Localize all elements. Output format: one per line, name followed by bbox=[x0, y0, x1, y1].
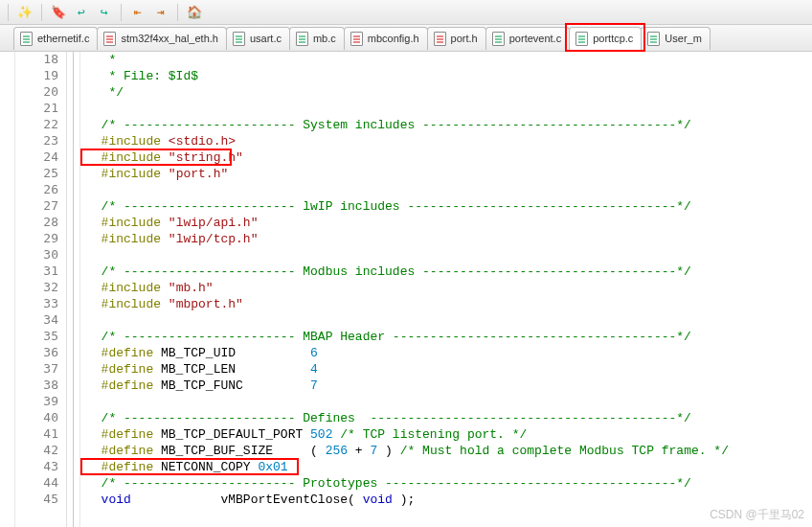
code-line[interactable]: #include "mb.h" bbox=[86, 280, 812, 296]
header-file-icon bbox=[350, 32, 363, 46]
bookmark-prev-icon[interactable]: ↩ bbox=[71, 2, 92, 23]
code-line[interactable]: */ bbox=[86, 84, 812, 101]
line-number: 42 bbox=[15, 443, 58, 459]
code-line[interactable]: #define MB_TCP_LEN 4 bbox=[86, 361, 812, 378]
c-file-icon bbox=[296, 32, 308, 46]
code-line[interactable] bbox=[86, 247, 812, 264]
code-area[interactable]: * * File: $Id$ */ /* -------------------… bbox=[80, 52, 812, 527]
code-line[interactable]: /* ----------------------- MBAP Header -… bbox=[86, 329, 812, 345]
line-number: 32 bbox=[15, 280, 58, 296]
toolbar-separator bbox=[121, 4, 122, 21]
line-number: 30 bbox=[15, 247, 58, 264]
tab-user-m[interactable]: User_m bbox=[641, 27, 710, 50]
line-number: 40 bbox=[15, 410, 58, 426]
toolbar-separator bbox=[177, 4, 178, 21]
code-line[interactable] bbox=[86, 182, 812, 198]
tab-label: usart.c bbox=[250, 33, 282, 44]
tab-ethernetif-c[interactable]: ethernetif.c bbox=[13, 27, 98, 50]
code-line[interactable]: #include "port.h" bbox=[86, 166, 812, 182]
line-number: 44 bbox=[15, 475, 58, 492]
line-number: 21 bbox=[15, 101, 58, 117]
code-line[interactable]: #define NETCONN_COPY 0x01 bbox=[86, 459, 812, 475]
line-number: 22 bbox=[15, 117, 58, 133]
tab-usart-c[interactable]: usart.c bbox=[226, 27, 290, 50]
tab-label: ethernetif.c bbox=[37, 33, 89, 44]
tab-label: User_m bbox=[665, 33, 702, 44]
line-number: 26 bbox=[15, 182, 58, 198]
code-line[interactable] bbox=[86, 394, 812, 410]
line-number: 43 bbox=[15, 459, 58, 475]
header-file-icon bbox=[103, 32, 116, 46]
file-tabs: ethernetif.cstm32f4xx_hal_eth.husart.cmb… bbox=[0, 25, 812, 52]
line-number: 35 bbox=[15, 329, 58, 345]
line-number: 41 bbox=[15, 426, 58, 443]
toolbar-separator bbox=[8, 4, 9, 21]
bookmark-toggle-icon[interactable]: 🔖 bbox=[48, 2, 69, 23]
fold-margin bbox=[67, 52, 80, 527]
tab-mb-c[interactable]: mb.c bbox=[289, 27, 345, 50]
tab-label: mbconfig.h bbox=[368, 33, 419, 44]
line-number: 31 bbox=[15, 264, 58, 280]
code-line[interactable]: void vMBPortEventClose( void ); bbox=[86, 492, 812, 508]
line-number: 33 bbox=[15, 296, 58, 312]
line-number: 38 bbox=[15, 378, 58, 394]
code-line[interactable]: #include <stdio.h> bbox=[86, 133, 812, 149]
code-line[interactable]: #include "lwip/tcp.h" bbox=[86, 231, 812, 247]
line-number-gutter: 1819202122232425262728293031323334353637… bbox=[15, 52, 67, 527]
tab-label: stm32f4xx_hal_eth.h bbox=[121, 33, 218, 44]
code-line[interactable] bbox=[86, 101, 812, 117]
code-line[interactable] bbox=[86, 312, 812, 329]
wand-icon[interactable]: ✨ bbox=[14, 2, 35, 23]
c-file-icon bbox=[575, 32, 588, 46]
home-icon[interactable]: 🏠 bbox=[184, 2, 205, 23]
line-number: 18 bbox=[15, 52, 58, 68]
code-line[interactable]: #define MB_TCP_UID 6 bbox=[86, 345, 812, 361]
tab-label: porttcp.c bbox=[593, 33, 633, 44]
code-line[interactable]: * bbox=[86, 52, 812, 68]
line-number: 39 bbox=[15, 394, 58, 410]
indent-right-icon[interactable]: ⇥ bbox=[150, 2, 171, 23]
line-number: 27 bbox=[15, 198, 58, 215]
line-number: 29 bbox=[15, 231, 58, 247]
line-number: 23 bbox=[15, 133, 58, 149]
code-line[interactable]: /* ----------------------- Modbus includ… bbox=[86, 264, 812, 280]
code-line[interactable]: /* ----------------------- lwIP includes… bbox=[86, 198, 812, 215]
bookmark-next-icon[interactable]: ↪ bbox=[94, 2, 115, 23]
line-number: 19 bbox=[15, 68, 58, 84]
c-file-icon bbox=[20, 32, 33, 46]
marker-margin bbox=[0, 52, 15, 527]
code-line[interactable]: /* ----------------------- Prototypes --… bbox=[86, 475, 812, 492]
code-editor[interactable]: 1819202122232425262728293031323334353637… bbox=[0, 52, 812, 527]
line-number: 34 bbox=[15, 312, 58, 329]
tab-port-h[interactable]: port.h bbox=[427, 27, 486, 50]
code-line[interactable]: * File: $Id$ bbox=[86, 68, 812, 84]
c-file-icon bbox=[492, 32, 505, 46]
code-line[interactable]: /* ----------------------- Defines -----… bbox=[86, 410, 812, 426]
tab-mbconfig-h[interactable]: mbconfig.h bbox=[344, 27, 428, 50]
tab-label: port.h bbox=[451, 33, 478, 44]
toolbar-separator bbox=[41, 4, 42, 21]
tab-label: mb.c bbox=[313, 33, 336, 44]
line-number: 45 bbox=[15, 492, 58, 508]
code-line[interactable]: #define MB_TCP_BUF_SIZE ( 256 + 7 ) /* M… bbox=[86, 443, 812, 459]
code-line[interactable]: #include "mbport.h" bbox=[86, 296, 812, 312]
code-line[interactable]: #define MB_TCP_FUNC 7 bbox=[86, 378, 812, 394]
tab-portevent-c[interactable]: portevent.c bbox=[485, 27, 570, 50]
line-number: 24 bbox=[15, 149, 58, 166]
toolbar: ✨ 🔖 ↩ ↪ ⇤ ⇥ 🏠 bbox=[0, 0, 812, 25]
code-line[interactable]: /* ----------------------- System includ… bbox=[86, 117, 812, 133]
code-line[interactable]: #include "string.h" bbox=[86, 149, 812, 166]
line-number: 20 bbox=[15, 84, 58, 101]
line-number: 37 bbox=[15, 361, 58, 378]
line-number: 25 bbox=[15, 166, 58, 182]
code-line[interactable]: #include "lwip/api.h" bbox=[86, 215, 812, 231]
tab-stm32f4xx-hal-eth-h[interactable]: stm32f4xx_hal_eth.h bbox=[97, 27, 227, 50]
code-line[interactable]: #define MB_TCP_DEFAULT_PORT 502 /* TCP l… bbox=[86, 426, 812, 443]
c-file-icon bbox=[647, 32, 660, 46]
c-file-icon bbox=[233, 32, 245, 46]
indent-left-icon[interactable]: ⇤ bbox=[127, 2, 148, 23]
tab-label: portevent.c bbox=[509, 33, 561, 44]
line-number: 28 bbox=[15, 215, 58, 231]
header-file-icon bbox=[434, 32, 446, 46]
tab-porttcp-c[interactable]: porttcp.c bbox=[569, 27, 642, 50]
